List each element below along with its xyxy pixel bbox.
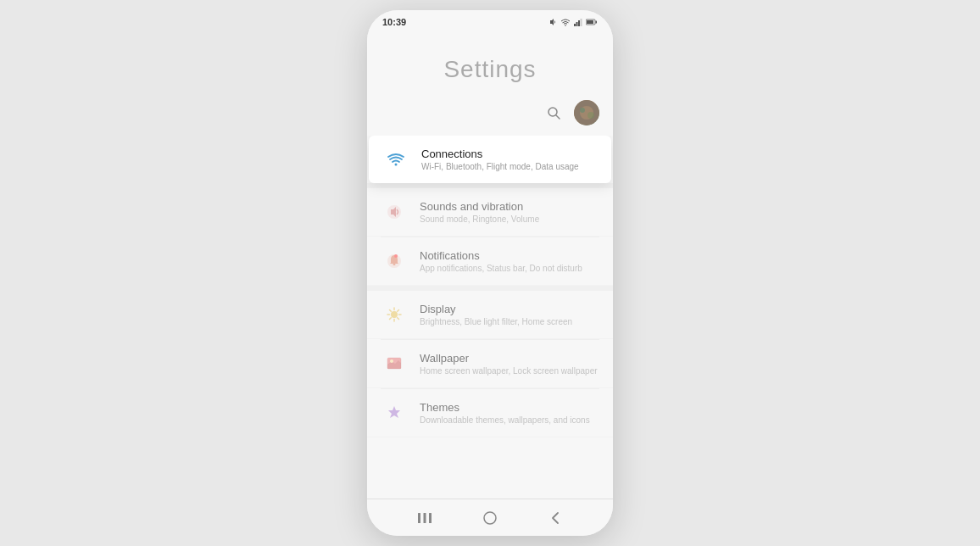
connections-text: Connections Wi-Fi, Bluetooth, Flight mod… bbox=[421, 148, 579, 172]
wallpaper-title: Wallpaper bbox=[420, 352, 598, 365]
svg-marker-33 bbox=[388, 406, 400, 418]
wallpaper-icon-wrapper bbox=[381, 350, 408, 377]
settings-item-wallpaper[interactable]: Wallpaper Home screen wallpaper, Lock sc… bbox=[367, 340, 613, 388]
display-icon-wrapper bbox=[381, 301, 408, 328]
search-button[interactable] bbox=[542, 101, 565, 125]
settings-item-display[interactable]: Display Brightness, Blue light filter, H… bbox=[367, 291, 613, 339]
themes-title: Themes bbox=[420, 401, 590, 414]
svg-rect-5 bbox=[581, 19, 582, 26]
signal-status-icon bbox=[574, 18, 582, 26]
svg-point-32 bbox=[390, 359, 393, 363]
settings-item-themes[interactable]: Themes Downloadable themes, wallpapers, … bbox=[367, 389, 613, 437]
svg-line-10 bbox=[556, 115, 560, 119]
nav-bar bbox=[367, 499, 613, 536]
svg-rect-3 bbox=[576, 22, 578, 26]
svg-rect-2 bbox=[574, 24, 576, 26]
themes-subtitle: Downloadable themes, wallpapers, and ico… bbox=[420, 415, 590, 426]
notifications-subtitle: App notifications, Status bar, Do not di… bbox=[420, 263, 582, 274]
status-time: 10:39 bbox=[382, 17, 406, 27]
settings-item-notifications[interactable]: Notifications App notifications, Status … bbox=[367, 237, 613, 286]
svg-point-14 bbox=[587, 112, 594, 119]
wallpaper-text: Wallpaper Home screen wallpaper, Lock sc… bbox=[420, 352, 598, 376]
avatar[interactable] bbox=[574, 100, 599, 125]
svg-rect-35 bbox=[424, 513, 426, 523]
settings-list: Connections Wi-Fi, Bluetooth, Flight mod… bbox=[367, 136, 613, 437]
status-icons bbox=[548, 18, 598, 26]
display-subtitle: Brightness, Blue light filter, Home scre… bbox=[420, 316, 572, 327]
themes-text: Themes Downloadable themes, wallpapers, … bbox=[420, 401, 590, 426]
back-button[interactable] bbox=[540, 503, 571, 533]
battery-status-icon bbox=[586, 18, 598, 26]
themes-icon-wrapper bbox=[381, 399, 408, 426]
svg-point-37 bbox=[484, 512, 496, 524]
display-text: Display Brightness, Blue light filter, H… bbox=[420, 303, 572, 327]
settings-title-area: Settings bbox=[367, 31, 613, 100]
sounds-subtitle: Sound mode, Ringtone, Volume bbox=[420, 214, 539, 225]
settings-item-connections[interactable]: Connections Wi-Fi, Bluetooth, Flight mod… bbox=[369, 136, 611, 183]
svg-rect-4 bbox=[578, 20, 580, 26]
svg-line-29 bbox=[390, 318, 392, 320]
sounds-text: Sounds and vibration Sound mode, Rington… bbox=[420, 200, 539, 225]
svg-marker-0 bbox=[550, 19, 554, 25]
notifications-icon-wrapper bbox=[381, 248, 408, 275]
svg-point-15 bbox=[395, 164, 398, 166]
svg-point-21 bbox=[391, 311, 398, 318]
svg-rect-34 bbox=[418, 513, 420, 523]
svg-line-27 bbox=[398, 318, 399, 320]
sound-status-icon bbox=[548, 18, 557, 26]
svg-line-26 bbox=[390, 310, 392, 312]
sounds-title: Sounds and vibration bbox=[420, 200, 539, 213]
sounds-icon-wrapper bbox=[381, 198, 408, 226]
page-title: Settings bbox=[443, 56, 536, 82]
svg-rect-7 bbox=[596, 21, 598, 24]
svg-point-1 bbox=[565, 25, 566, 26]
svg-line-28 bbox=[398, 310, 399, 312]
search-avatar-row bbox=[367, 100, 613, 136]
connections-subtitle: Wi-Fi, Bluetooth, Flight mode, Data usag… bbox=[421, 161, 579, 172]
wallpaper-subtitle: Home screen wallpaper, Lock screen wallp… bbox=[420, 365, 598, 376]
svg-rect-19 bbox=[393, 264, 396, 265]
home-button[interactable] bbox=[475, 503, 505, 533]
svg-rect-36 bbox=[429, 513, 432, 523]
svg-rect-8 bbox=[587, 20, 593, 24]
wifi-status-icon bbox=[560, 18, 571, 26]
svg-point-20 bbox=[394, 254, 398, 258]
display-title: Display bbox=[420, 303, 572, 315]
recent-apps-button[interactable] bbox=[409, 503, 440, 533]
status-bar: 10:39 bbox=[367, 10, 613, 31]
notifications-title: Notifications bbox=[420, 249, 582, 262]
connections-title: Connections bbox=[421, 148, 579, 160]
phone-frame: 10:39 bbox=[367, 10, 613, 536]
notifications-text: Notifications App notifications, Status … bbox=[420, 249, 582, 274]
svg-point-13 bbox=[580, 108, 585, 113]
screen-content: Settings bbox=[367, 31, 613, 499]
settings-item-sounds[interactable]: Sounds and vibration Sound mode, Rington… bbox=[367, 188, 613, 237]
connections-icon-wrapper bbox=[382, 146, 409, 173]
